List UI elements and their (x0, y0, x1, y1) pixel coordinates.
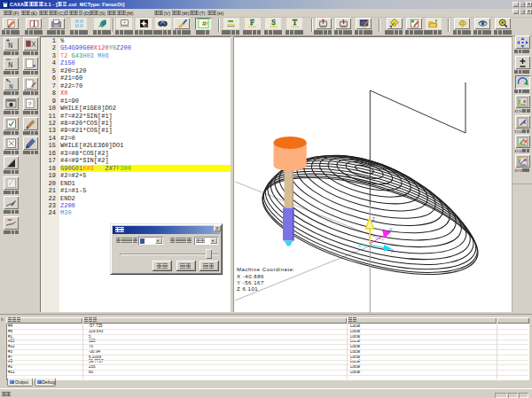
svg-text:?: ? (28, 101, 32, 107)
svg-text:N: N (8, 61, 12, 69)
svg-text:X -40.886: X -40.886 (237, 274, 264, 279)
svg-text:S: S (271, 19, 276, 27)
svg-text:Y: Y (389, 227, 393, 232)
svg-text:Machine Coordinate:: Machine Coordinate: (237, 267, 295, 272)
svg-text:T: T (292, 19, 297, 27)
svg-text:Z 6.101: Z 6.101 (237, 286, 258, 292)
svg-text:MCS: MCS (357, 244, 365, 248)
svg-text:Z: Z (372, 216, 376, 222)
svg-text:F: F (250, 19, 254, 27)
svg-text:N: N (9, 82, 13, 90)
svg-text:N: N (8, 42, 12, 50)
svg-text:Y -56.167: Y -56.167 (237, 280, 264, 285)
svg-text:X: X (391, 248, 395, 254)
